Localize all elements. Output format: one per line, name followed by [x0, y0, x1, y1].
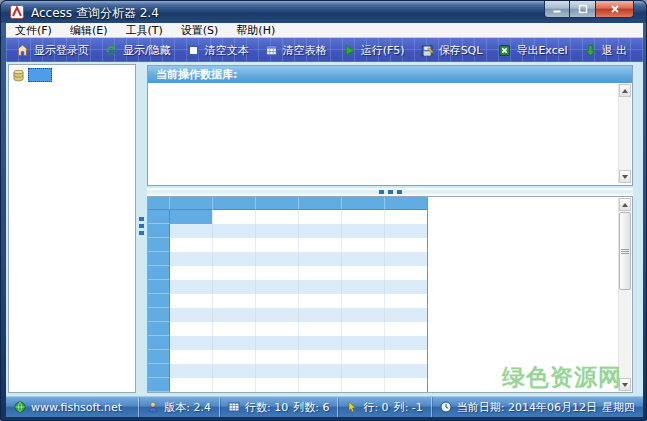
- grid-cell[interactable]: [342, 294, 385, 308]
- grid-cell[interactable]: [385, 308, 428, 322]
- grid-cell[interactable]: [299, 350, 342, 364]
- grid-header-cell[interactable]: [213, 197, 256, 210]
- grid-cell[interactable]: [385, 322, 428, 336]
- sql-text-area[interactable]: [148, 83, 632, 184]
- grid-cell[interactable]: [256, 350, 299, 364]
- grid-row-header[interactable]: [148, 294, 170, 308]
- grid-cell[interactable]: [213, 280, 256, 294]
- menu-file[interactable]: 文件(F): [6, 23, 61, 37]
- grid-cell[interactable]: [299, 294, 342, 308]
- menu-settings[interactable]: 设置(S): [172, 23, 228, 37]
- grid-cell[interactable]: [170, 336, 213, 350]
- grid-cell[interactable]: [342, 280, 385, 294]
- grid-cell[interactable]: [385, 266, 428, 280]
- grid-cell[interactable]: [170, 322, 213, 336]
- grid-cell[interactable]: [342, 238, 385, 252]
- grid-cell[interactable]: [385, 238, 428, 252]
- scroll-up-button[interactable]: [619, 84, 631, 97]
- grid-header-cell[interactable]: [256, 197, 299, 210]
- grid-cell[interactable]: [213, 364, 256, 378]
- grid-cell[interactable]: [342, 308, 385, 322]
- grid-cell[interactable]: [213, 266, 256, 280]
- grid-cell[interactable]: [213, 294, 256, 308]
- grid-cell[interactable]: [213, 224, 256, 238]
- grid-cell[interactable]: [170, 378, 213, 392]
- maximize-button[interactable]: [570, 1, 596, 18]
- grid-row-header[interactable]: [148, 210, 170, 224]
- grid-cell[interactable]: [342, 322, 385, 336]
- clear-table-button[interactable]: 清空表格: [257, 39, 335, 61]
- sql-scrollbar[interactable]: [618, 84, 631, 183]
- grid-cell[interactable]: [170, 210, 213, 224]
- grid-row-header[interactable]: [148, 322, 170, 336]
- grid-cell[interactable]: [342, 378, 385, 392]
- grid-row-header[interactable]: [148, 336, 170, 350]
- result-grid[interactable]: [148, 197, 428, 392]
- grid-row-header[interactable]: [148, 364, 170, 378]
- grid-row-header[interactable]: [148, 266, 170, 280]
- grid-header-cell[interactable]: [299, 197, 342, 210]
- close-button[interactable]: [596, 1, 634, 18]
- grid-cell[interactable]: [342, 224, 385, 238]
- grid-cell[interactable]: [385, 350, 428, 364]
- grid-cell[interactable]: [213, 252, 256, 266]
- grid-cell[interactable]: [170, 294, 213, 308]
- database-tree-panel[interactable]: [8, 64, 136, 393]
- show-login-button[interactable]: 显示登录页: [8, 39, 97, 61]
- grid-cell[interactable]: [213, 336, 256, 350]
- grid-row-header[interactable]: [148, 252, 170, 266]
- grid-cell[interactable]: [170, 280, 213, 294]
- scroll-down-button[interactable]: [619, 170, 631, 183]
- grid-row-header[interactable]: [148, 224, 170, 238]
- grid-cell[interactable]: [342, 336, 385, 350]
- grid-row-header[interactable]: [148, 280, 170, 294]
- scroll-thumb[interactable]: [619, 212, 631, 290]
- grid-cell[interactable]: [342, 364, 385, 378]
- tree-node-database[interactable]: [9, 65, 135, 82]
- exit-button[interactable]: 退 出: [576, 39, 636, 61]
- grid-header-cell[interactable]: [342, 197, 385, 210]
- grid-cell[interactable]: [170, 266, 213, 280]
- grid-row-header[interactable]: [148, 378, 170, 392]
- menu-edit[interactable]: 编辑(E): [61, 23, 117, 37]
- grid-cell[interactable]: [385, 294, 428, 308]
- minimize-button[interactable]: [544, 1, 570, 18]
- grid-cell[interactable]: [342, 252, 385, 266]
- grid-cell[interactable]: [213, 350, 256, 364]
- grid-cell[interactable]: [299, 252, 342, 266]
- grid-cell[interactable]: [299, 224, 342, 238]
- run-button[interactable]: 运行(F5): [335, 39, 413, 61]
- grid-cell[interactable]: [385, 224, 428, 238]
- grid-cell[interactable]: [256, 336, 299, 350]
- grid-cell[interactable]: [299, 378, 342, 392]
- grid-cell[interactable]: [213, 210, 256, 224]
- export-excel-button[interactable]: 导出Excel: [490, 39, 575, 61]
- scroll-up-button[interactable]: [619, 198, 631, 211]
- grid-header-cell[interactable]: [170, 197, 213, 210]
- clear-text-button[interactable]: 清空文本: [179, 39, 257, 61]
- grid-cell[interactable]: [256, 378, 299, 392]
- grid-cell[interactable]: [385, 252, 428, 266]
- grid-cell[interactable]: [256, 322, 299, 336]
- grid-cell[interactable]: [256, 308, 299, 322]
- grid-cell[interactable]: [256, 252, 299, 266]
- grid-cell[interactable]: [256, 266, 299, 280]
- grid-cell[interactable]: [385, 210, 428, 224]
- grid-cell[interactable]: [299, 238, 342, 252]
- grid-cell[interactable]: [256, 238, 299, 252]
- grid-cell[interactable]: [342, 350, 385, 364]
- grid-cell[interactable]: [170, 252, 213, 266]
- grid-cell[interactable]: [385, 364, 428, 378]
- grid-cell[interactable]: [299, 266, 342, 280]
- grid-cell[interactable]: [213, 238, 256, 252]
- title-bar[interactable]: Access 查询分析器 2.4: [1, 1, 646, 23]
- menu-help[interactable]: 帮助(H): [227, 23, 284, 37]
- grid-cell[interactable]: [299, 280, 342, 294]
- grid-row-header[interactable]: [148, 238, 170, 252]
- grid-cell[interactable]: [213, 308, 256, 322]
- grid-header-cell[interactable]: [148, 197, 170, 210]
- vertical-splitter[interactable]: [139, 217, 144, 235]
- grid-cell[interactable]: [299, 336, 342, 350]
- menu-tools[interactable]: 工具(T): [116, 23, 171, 37]
- horizontal-splitter[interactable]: [147, 188, 633, 196]
